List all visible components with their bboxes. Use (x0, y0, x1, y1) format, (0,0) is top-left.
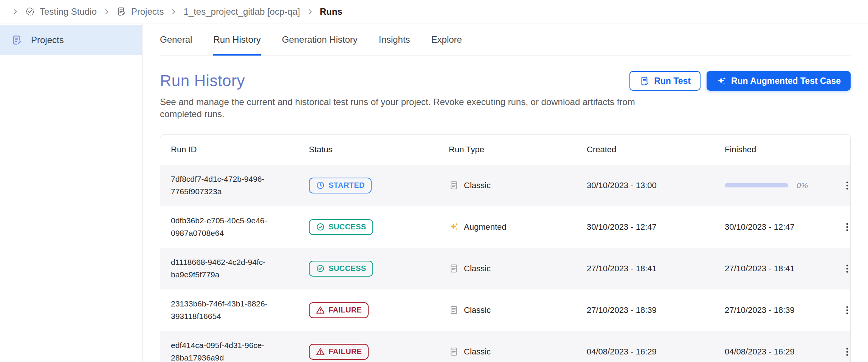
tab-run-history[interactable]: Run History (213, 23, 260, 56)
run-type-label: Classic (464, 347, 491, 357)
document-icon (449, 180, 459, 190)
column-header-run-id: Run ID (171, 145, 309, 155)
table-row: 0dfb36b2-e705-40c5-9e46-0987a0708e64 SUC… (160, 206, 850, 248)
status-label: FAILURE (329, 306, 362, 314)
status-label: SUCCESS (329, 264, 366, 273)
run-type-label: Classic (464, 181, 491, 190)
run-type-label: Augmented (464, 222, 507, 232)
check-circle-icon (316, 222, 325, 232)
breadcrumb-label: Testing Studio (40, 6, 97, 17)
row-actions-button[interactable] (838, 343, 851, 361)
column-header-created: Created (587, 145, 725, 155)
run-history-table: Run ID Status Run Type Created Finished … (160, 134, 851, 362)
finished-date: 27/10/2023 - 18:39 (725, 305, 795, 315)
row-actions-button[interactable] (838, 301, 851, 319)
kebab-menu-icon (842, 305, 851, 316)
tab-explore[interactable]: Explore (431, 23, 462, 56)
document-icon (449, 263, 459, 274)
run-id: 23133b6b-746f-43b1-8826-393118f16654 (171, 298, 282, 322)
row-actions-button[interactable] (838, 218, 851, 236)
table-row: edf414ca-095f-4d31-96ce-28ba17936a9d FAI… (160, 331, 850, 362)
status-label: SUCCESS (329, 223, 366, 231)
document-edit-icon (116, 6, 127, 17)
breadcrumb-runs: Runs (320, 6, 343, 17)
run-test-button[interactable]: Run Test (629, 71, 701, 91)
status-badge: SUCCESS (309, 219, 373, 235)
verified-badge-icon (25, 6, 35, 17)
breadcrumb-expand-icon[interactable] (11, 8, 19, 15)
run-test-label: Run Test (654, 76, 691, 86)
run-id: 0dfb36b2-e705-40c5-9e46-0987a0708e64 (171, 215, 282, 239)
progress-bar (725, 183, 788, 187)
tab-general[interactable]: General (160, 23, 192, 56)
warning-icon (316, 347, 325, 356)
top-bar: Testing Studio Projects 1_tes_project_gi… (0, 0, 868, 23)
sparkles-icon (449, 222, 459, 232)
document-icon (449, 305, 459, 315)
created-date: 27/10/2023 - 18:39 (587, 305, 657, 315)
run-id: 7df8cdf7-4d1c-472b-9496-7765f907323a (171, 173, 282, 198)
run-id: d1118668-9462-4c2d-94fc-ba9e9f5f779a (171, 256, 282, 281)
table-header-row: Run ID Status Run Type Created Finished (160, 135, 850, 165)
status-badge: FAILURE (309, 344, 369, 360)
sidebar-item-projects[interactable]: Projects (0, 25, 142, 55)
column-header-status: Status (309, 145, 449, 155)
created-date: 30/10/2023 - 13:00 (587, 181, 657, 190)
progress: 0% (725, 181, 808, 190)
chevron-right-icon (306, 8, 314, 15)
tab-bar: General Run History Generation History I… (160, 23, 851, 56)
sidebar: Projects (0, 23, 143, 362)
clock-icon (316, 181, 325, 190)
breadcrumb-project-name[interactable]: 1_tes_project_gitlab [ocp-qa] (183, 6, 300, 17)
kebab-menu-icon (842, 263, 851, 274)
breadcrumb-testing-studio[interactable]: Testing Studio (25, 6, 97, 17)
warning-icon (316, 305, 325, 315)
kebab-menu-icon (842, 346, 851, 357)
sidebar-item-label: Projects (31, 35, 64, 45)
status-badge: STARTED (309, 178, 372, 193)
check-circle-icon (316, 264, 325, 273)
row-actions-button[interactable] (838, 260, 851, 278)
created-date: 30/10/2023 - 12:47 (587, 222, 657, 232)
breadcrumb-current-label: Runs (320, 6, 343, 17)
tab-insights[interactable]: Insights (379, 23, 410, 56)
document-icon (449, 347, 459, 357)
tab-generation-history[interactable]: Generation History (282, 23, 358, 56)
breadcrumb: Testing Studio Projects 1_tes_project_gi… (11, 6, 343, 17)
header-actions: Run Test Run Augmented Test Case (629, 71, 851, 91)
chevron-right-icon (170, 8, 177, 15)
kebab-menu-icon (842, 180, 851, 191)
created-date: 27/10/2023 - 18:41 (587, 264, 657, 273)
finished-date: 27/10/2023 - 18:41 (725, 264, 795, 274)
table-row: 23133b6b-746f-43b1-8826-393118f16654 FAI… (160, 289, 850, 331)
table-body: 7df8cdf7-4d1c-472b-9496-7765f907323a STA… (160, 165, 850, 362)
column-header-finished: Finished (725, 145, 838, 155)
run-type-label: Classic (464, 264, 491, 274)
table-row: d1118668-9462-4c2d-94fc-ba9e9f5f779a SUC… (160, 248, 850, 289)
progress-label: 0% (797, 181, 808, 190)
status-label: STARTED (329, 181, 365, 190)
run-type-label: Classic (464, 305, 491, 315)
breadcrumb-label: Projects (131, 6, 164, 17)
run-augmented-label: Run Augmented Test Case (731, 76, 841, 86)
sparkles-icon (716, 76, 727, 86)
page-description: See and manage the current and historica… (160, 96, 655, 121)
breadcrumb-projects[interactable]: Projects (116, 6, 164, 17)
chevron-right-icon (103, 8, 110, 15)
breadcrumb-label: 1_tes_project_gitlab [ocp-qa] (183, 6, 300, 17)
table-row: 7df8cdf7-4d1c-472b-9496-7765f907323a STA… (160, 165, 850, 206)
run-augmented-test-case-button[interactable]: Run Augmented Test Case (707, 71, 851, 91)
kebab-menu-icon (842, 221, 851, 233)
main-content: General Run History Generation History I… (143, 23, 868, 362)
created-date: 04/08/2023 - 16:29 (587, 347, 657, 356)
status-label: FAILURE (329, 347, 362, 356)
row-actions-button[interactable] (838, 176, 851, 195)
run-id: edf414ca-095f-4d31-96ce-28ba17936a9d (171, 339, 282, 362)
document-edit-icon (11, 34, 23, 46)
page-title: Run History (160, 72, 245, 90)
status-badge: SUCCESS (309, 261, 373, 277)
finished-date: 30/10/2023 - 12:47 (725, 222, 795, 232)
finished-date: 04/08/2023 - 16:29 (725, 347, 795, 357)
status-badge: FAILURE (309, 302, 369, 318)
column-header-run-type: Run Type (449, 145, 587, 155)
